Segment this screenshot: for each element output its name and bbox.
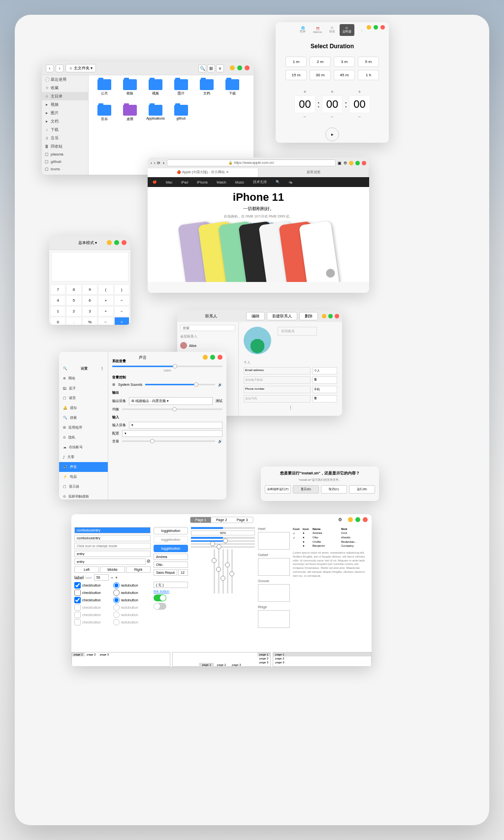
tab[interactable]: Page 3 [232, 517, 252, 523]
preset-button[interactable]: 3 m [334, 57, 355, 67]
sidebar-item[interactable]: ☁在线帐号 [59, 442, 108, 452]
key[interactable]: 1 [50, 306, 65, 316]
sidebar-item[interactable]: ♫音乐 [42, 134, 88, 142]
maximize-button[interactable] [328, 314, 333, 318]
vertical-scales[interactable] [191, 549, 255, 593]
bag-icon[interactable]: 🛍 [289, 181, 292, 184]
notebook[interactable]: page 1page 2page 3 [273, 652, 372, 667]
contact-item[interactable]: Alice [180, 342, 235, 349]
nav-link[interactable]: Music [235, 181, 244, 184]
key[interactable]: % [82, 317, 97, 325]
minimize-button[interactable] [367, 25, 371, 30]
close-button[interactable] [363, 517, 368, 522]
inc-button[interactable]: + [357, 88, 362, 95]
table-row[interactable]: ●BenjaminCompany [293, 544, 369, 548]
close-button[interactable] [380, 25, 385, 30]
phone-input[interactable]: 添加号码 [244, 395, 311, 403]
run-button[interactable]: 运行(R) [349, 485, 375, 494]
email-type-select[interactable]: 个人 [313, 367, 337, 374]
tab-timer[interactable]: ⏲定时器 [340, 24, 354, 36]
input-volume-slider[interactable] [122, 440, 215, 442]
dec-button[interactable]: − [111, 575, 113, 580]
key[interactable]: 3 [82, 306, 97, 316]
combobox[interactable] [74, 527, 151, 533]
folder[interactable]: Applications [144, 105, 167, 128]
sidebar-item[interactable]: ⊞应用程序 [59, 423, 108, 433]
radiobutton[interactable]: radiobutton [113, 582, 151, 589]
maximize-button[interactable] [374, 25, 378, 30]
forward-button[interactable]: › [56, 64, 63, 72]
key[interactable]: − [114, 306, 129, 316]
key[interactable]: ← [98, 317, 113, 325]
minimize-button[interactable] [322, 314, 326, 318]
gear-button[interactable]: ⚙ [338, 517, 342, 522]
key[interactable]: ) [114, 284, 129, 295]
mode-dropdown[interactable]: 基本模式 ▾ [78, 240, 97, 246]
tab[interactable]: Page 1 [190, 517, 211, 523]
equals-key[interactable]: = [114, 317, 129, 325]
balance-slider[interactable] [122, 408, 222, 410]
pos-button[interactable]: Middle [100, 566, 125, 573]
output-device-select[interactable]: ⊞ 线路输出 - 内置音频 ▾ [129, 397, 213, 405]
sidebar-item[interactable]: ▢plasma [42, 151, 88, 158]
sidebar-item[interactable]: ▢icons (system) [42, 173, 88, 175]
table-row[interactable]: ●OrvilleRedenbac... [293, 540, 369, 544]
browser-tab[interactable]: 🍎 Apple (中国大陆) - 官方网站 ✕ [148, 168, 258, 177]
remove-button[interactable]: 🗑 [313, 395, 337, 403]
nav-link[interactable]: Mac [166, 181, 172, 184]
maximize-button[interactable] [355, 517, 360, 522]
back-button[interactable]: ‹ [46, 64, 54, 72]
link-button[interactable]: link button [154, 590, 188, 593]
sidebar-item[interactable]: ▸图片 [42, 109, 88, 117]
radiobutton[interactable]: radiobutton [113, 590, 151, 596]
dec-button[interactable]: − [303, 113, 308, 121]
menu-button[interactable]: ≡ [216, 64, 224, 72]
new-contact-button[interactable]: 新建联系人 [267, 312, 297, 320]
tab-world[interactable]: 🌐世界 [295, 24, 310, 36]
close-button[interactable] [245, 65, 250, 70]
display-button[interactable]: 显示(D) [293, 485, 319, 494]
sidebar-item[interactable]: ▢背景 [59, 393, 108, 403]
entry[interactable] [74, 551, 151, 557]
preset-button[interactable]: 30 m [310, 70, 331, 80]
url-bar[interactable]: 🔒 https://www.apple.com.cn/ [167, 159, 336, 166]
sidebar-item[interactable]: 🗑回收站 [42, 142, 88, 151]
email-input[interactable]: 添加电子邮箱 [244, 376, 311, 384]
speaker-icon[interactable]: 🔊 [218, 383, 222, 387]
folder[interactable]: 文档 [195, 79, 219, 103]
folder[interactable]: github [169, 105, 193, 128]
scale[interactable] [191, 543, 255, 545]
test-button[interactable]: 测试 [216, 399, 222, 404]
togglebutton[interactable]: togglebutton [154, 527, 188, 534]
cancel-button[interactable]: 取消(C) [321, 485, 347, 494]
tab[interactable]: Page 2 [211, 517, 232, 523]
minimize-button[interactable] [107, 240, 112, 245]
input-device-select[interactable]: ▾ [129, 422, 222, 429]
preset-button[interactable]: 5 m [358, 57, 379, 67]
close-button[interactable] [335, 314, 339, 318]
spinbutton[interactable] [94, 574, 109, 581]
table-row[interactable]: ✓●AndreaCimi [293, 531, 369, 535]
sidebar-item-sound[interactable]: 🔊声音 [59, 462, 108, 472]
pos-button[interactable]: Left [74, 566, 99, 573]
minimize-button[interactable] [230, 65, 235, 70]
tab-alarms[interactable]: ⏰Alarms [310, 24, 325, 36]
name-input[interactable]: 添加姓名 [278, 327, 317, 336]
folder[interactable]: 图片 [169, 79, 193, 103]
clear-button[interactable]: ⊘ [147, 559, 151, 565]
play-button[interactable]: ▸ [325, 127, 339, 141]
notebook[interactable]: page 1page 2page 3 [71, 652, 170, 667]
bookmark-button[interactable]: ▣ [338, 161, 342, 165]
key[interactable]: × [98, 295, 113, 306]
maximize-button[interactable] [237, 65, 242, 70]
sidebar-item[interactable]: ↓下载 [42, 125, 88, 134]
avatar-large[interactable] [244, 327, 271, 354]
sidebar-item[interactable]: ⊕网络 [59, 373, 108, 383]
preset-button[interactable]: 1 m [285, 57, 307, 67]
key[interactable]: 0 [50, 317, 65, 325]
nav-link[interactable]: 技术支持 [253, 180, 267, 185]
minimize-button[interactable] [348, 517, 353, 522]
sidebar-item[interactable]: 🔍搜索 [59, 413, 108, 423]
switch-off[interactable] [154, 603, 166, 610]
checkbox[interactable]: checkbutton [74, 590, 112, 596]
